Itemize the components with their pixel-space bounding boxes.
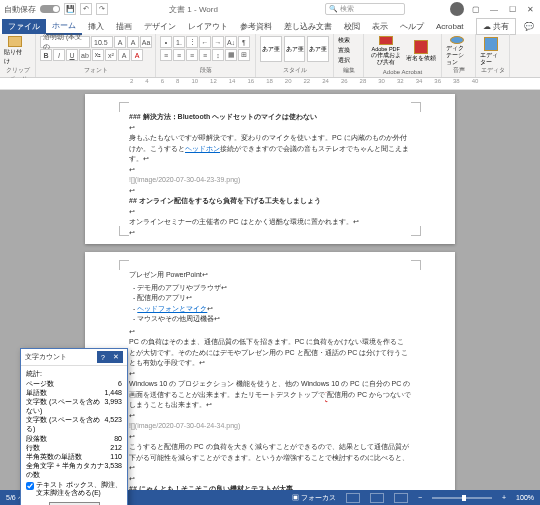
redo-icon[interactable]: ↷ (96, 3, 108, 15)
style-nospace[interactable]: あア亜 (307, 36, 329, 62)
list-item[interactable]: 配信用のアプリ↩ (133, 293, 411, 304)
paragraph[interactable]: こうすると配信用の PC の負荷を大きく減らすことができるので、結果として通信品… (129, 442, 411, 474)
tab-design[interactable]: デザイン (138, 19, 182, 34)
multilevel-button[interactable]: ⋮ (186, 36, 198, 48)
paragraph[interactable]: オンラインセミナーの主催者の PC はとかく過酷な環境に置かれます。↩ (129, 217, 411, 228)
paragraph[interactable]: ↩ (129, 327, 411, 338)
align-center-button[interactable]: ≡ (173, 49, 185, 61)
select-button[interactable]: 選択 (338, 56, 350, 65)
list-item[interactable]: ヘッドフォンとマイク↩ (133, 304, 411, 315)
paragraph[interactable]: ↩ (129, 474, 411, 485)
highlight-button[interactable]: A (118, 49, 130, 61)
grow-font-button[interactable]: A (114, 36, 126, 48)
dictate-button[interactable]: ディクテーション (446, 36, 468, 66)
include-textbox-checkbox[interactable]: テキスト ボックス、脚注、文末脚注を含める(E) (26, 479, 122, 499)
heading[interactable]: ## オンライン配信をするなら負荷を下げる工夫をしましょう (129, 196, 411, 207)
paste-button[interactable]: 貼り付け (4, 36, 26, 66)
align-left-button[interactable]: ≡ (160, 49, 172, 61)
save-icon[interactable]: 💾 (64, 3, 76, 15)
style-heading[interactable]: あア亜 (284, 36, 306, 62)
paragraph[interactable]: ↩ (129, 411, 411, 422)
paragraph[interactable]: ↩ (129, 228, 411, 239)
tab-review[interactable]: 校閲 (338, 19, 366, 34)
zoom-level[interactable]: 100% (516, 494, 534, 501)
tab-view[interactable]: 表示 (366, 19, 394, 34)
paragraph[interactable]: ↩ (129, 369, 411, 380)
minimize-icon[interactable]: — (488, 3, 500, 15)
tab-references[interactable]: 参考資料 (234, 19, 278, 34)
superscript-button[interactable]: x² (105, 49, 117, 61)
dialog-close-button[interactable]: 閉じる (49, 502, 100, 505)
ruler[interactable]: 246810121416182022242628303234363840 (0, 78, 540, 90)
paragraph[interactable]: ↩ (129, 186, 411, 197)
align-right-button[interactable]: ≡ (186, 49, 198, 61)
justify-button[interactable]: ≡ (199, 49, 211, 61)
shading-button[interactable]: ▦ (225, 49, 237, 61)
clear-format-button[interactable]: Aa (140, 36, 152, 48)
search-input[interactable]: 🔍 検索 (325, 3, 405, 15)
font-name-dropdown[interactable]: 游明朝 (本文の (40, 36, 90, 48)
strike-button[interactable]: ab (79, 49, 91, 61)
view-print-button[interactable] (370, 493, 384, 503)
style-normal[interactable]: あア亜 (260, 36, 282, 62)
tab-file[interactable]: ファイル (2, 19, 46, 34)
tab-mailings[interactable]: 差し込み文書 (278, 19, 338, 34)
find-button[interactable]: 検索 (338, 36, 350, 45)
heading[interactable]: ### 解決方法：Bluetooth ヘッドセットのマイクは使わない (129, 112, 411, 123)
paragraph[interactable]: ↩ (129, 432, 411, 443)
sort-button[interactable]: A↓ (225, 36, 237, 48)
autosave-toggle[interactable] (40, 5, 60, 13)
paragraph[interactable]: ↩ (129, 165, 411, 176)
paragraph[interactable]: ↩ (129, 207, 411, 218)
underline-button[interactable]: U (66, 49, 78, 61)
numbering-button[interactable]: 1. (173, 36, 185, 48)
font-size-dropdown[interactable]: 10.5 (91, 36, 113, 48)
tab-layout[interactable]: レイアウト (182, 19, 234, 34)
stat-label: 全角文字 + 半角カタカナの数 (26, 461, 104, 479)
adobe-create-button[interactable]: Adobe PDF の作成および共有 (368, 36, 403, 66)
list-item[interactable]: デモ用のアプリやブラウザ↩ (133, 283, 411, 294)
indent-right-button[interactable]: → (212, 36, 224, 48)
editor-button[interactable]: エディター (480, 36, 502, 66)
status-focus[interactable]: ▣ フォーカス (292, 493, 336, 503)
share-button[interactable]: ☁ 共有 (476, 18, 516, 35)
list-item[interactable]: マウスやその他周辺機器↩ (133, 314, 411, 325)
paragraph[interactable]: Windows 10 の プロジェクション 機能を使うと、他の Windows … (129, 379, 411, 411)
show-marks-button[interactable]: ¶ (238, 36, 250, 48)
bold-button[interactable]: B (40, 49, 52, 61)
tab-help[interactable]: ヘルプ (394, 19, 430, 34)
dialog-close-icon[interactable]: ✕ (109, 351, 123, 363)
paragraph[interactable]: 身もふたもないですが即解決です。変わりのマイクを使います。PC に内蔵のものか外… (129, 133, 411, 165)
indent-left-button[interactable]: ← (199, 36, 211, 48)
view-web-button[interactable] (394, 493, 408, 503)
stat-label: 半角英数の単語数 (26, 452, 82, 461)
maximize-icon[interactable]: ☐ (506, 3, 518, 15)
paragraph[interactable]: PC の負荷はそのまま、通信品質の低下を招きます。PC に負荷をかけない環境を作… (129, 337, 411, 369)
replace-button[interactable]: 置換 (338, 46, 350, 55)
dialog-help-icon[interactable]: ? (97, 351, 109, 363)
paragraph[interactable]: プレゼン用 PowerPoint↩ (129, 270, 411, 281)
ribbon-display-icon[interactable]: ▢ (470, 3, 482, 15)
font-color-button[interactable]: A (131, 49, 143, 61)
comments-button[interactable]: 💬 (518, 20, 540, 33)
zoom-slider[interactable] (432, 497, 492, 499)
image-placeholder[interactable]: ![](image/2020-07-30-04-24-34.png) (129, 421, 411, 432)
subscript-button[interactable]: x₂ (92, 49, 104, 61)
italic-button[interactable]: I (53, 49, 65, 61)
user-avatar[interactable] (450, 2, 464, 16)
tab-draw[interactable]: 描画 (110, 19, 138, 34)
undo-icon[interactable]: ↶ (80, 3, 92, 15)
shrink-font-button[interactable]: A (127, 36, 139, 48)
line-spacing-button[interactable]: ↕ (212, 49, 224, 61)
stat-value: 3,538 (104, 461, 122, 479)
bullets-button[interactable]: • (160, 36, 172, 48)
adobe-sign-button[interactable]: 署名を依頼 (405, 36, 437, 66)
paragraph[interactable]: ↩ (129, 123, 411, 134)
image-placeholder[interactable]: ![](image/2020-07-30-04-23-39.png) (129, 175, 411, 186)
zoom-out-button[interactable]: − (418, 494, 422, 501)
borders-button[interactable]: ⊞ (238, 49, 250, 61)
tab-acrobat[interactable]: Acrobat (430, 20, 470, 33)
close-icon[interactable]: ✕ (524, 3, 536, 15)
zoom-in-button[interactable]: + (502, 494, 506, 501)
view-read-button[interactable] (346, 493, 360, 503)
